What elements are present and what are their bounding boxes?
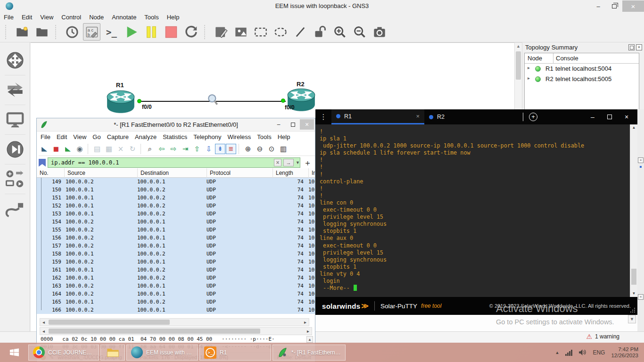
scroll-left-icon[interactable]: ◂	[40, 319, 47, 326]
filter-value[interactable]: ip.addr == 100.0.0.1	[51, 159, 272, 166]
packet-row[interactable]: 157 100.0.0.2 100.0.0.1 UDP 74 1000 → 10…	[37, 242, 315, 250]
menu-item[interactable]: Capture	[107, 133, 129, 140]
router-r1[interactable]	[105, 89, 136, 116]
packet-row[interactable]: 154 100.0.0.2 100.0.0.1 UDP 74 1000 → 10…	[37, 218, 315, 226]
tab-r1[interactable]: R1 ×	[331, 109, 424, 124]
language-indicator[interactable]: ENG	[593, 349, 605, 356]
horizontal-scrollbar[interactable]: ◂ ▸	[40, 327, 312, 335]
close-file-icon[interactable]: ×	[115, 143, 126, 155]
column-divider[interactable]	[553, 53, 553, 63]
hex-row[interactable]: 0000 ca 02 0c 10 00 00 ca 01 04 70 00 00…	[41, 336, 315, 343]
menu-item[interactable]: File	[41, 133, 50, 140]
resize-columns-icon[interactable]: ▥	[278, 143, 289, 155]
snapshot-icon[interactable]	[63, 23, 81, 41]
menu-item[interactable]: Node	[89, 14, 104, 21]
wireshark-minimize-button[interactable]: –	[272, 119, 286, 130]
browse-switches-icon[interactable]	[4, 79, 26, 101]
dock-float-icon[interactable]	[628, 44, 635, 50]
browse-security-devices-icon[interactable]	[4, 138, 26, 161]
column-protocol[interactable]: Protocol	[206, 168, 272, 178]
taskbar-item-chrome[interactable]: CCIE JOURNEY: E...	[28, 345, 99, 361]
expand-caret-icon[interactable]: ▸	[528, 75, 530, 81]
topology-summary-row[interactable]: ▸ R1 telnet localhost:5004	[525, 64, 639, 74]
wireshark-close-button[interactable]: ×	[300, 119, 314, 130]
save-file-icon[interactable]: ▦	[103, 143, 115, 155]
column-header-console[interactable]: Console	[556, 55, 578, 62]
browse-projects-icon[interactable]	[33, 23, 50, 41]
gns3-close-button[interactable]: ×	[622, 0, 644, 12]
suspend-all-icon[interactable]	[142, 23, 160, 41]
tab-r2[interactable]: R2	[424, 109, 517, 124]
menu-item[interactable]: View	[73, 133, 86, 140]
stop-capture-icon[interactable]: ■	[50, 143, 62, 155]
packet-row[interactable]: 162 100.0.0.1 100.0.0.2 UDP 74 1000 → 10…	[37, 274, 315, 282]
add-note-icon[interactable]	[212, 23, 230, 41]
first-packet-icon[interactable]: ⇧	[191, 143, 203, 155]
reload-file-icon[interactable]: ↻	[127, 143, 138, 155]
putty-menu-icon[interactable]: ⋮	[315, 109, 331, 124]
scrollbar-thumb[interactable]	[631, 269, 636, 285]
menu-item[interactable]: Edit	[22, 14, 32, 21]
zoom-in-icon[interactable]: ⊕	[242, 143, 254, 155]
interface-labels-icon[interactable]: a cb	[83, 23, 100, 41]
toolbar-grip[interactable]	[204, 25, 207, 39]
zoom-out-icon[interactable]	[351, 23, 368, 41]
gns3-restore-button[interactable]	[606, 0, 622, 12]
column-info[interactable]: Info	[308, 168, 315, 178]
start-all-icon[interactable]	[123, 23, 140, 41]
filter-bookmark-icon[interactable]	[39, 159, 46, 167]
find-packet-icon[interactable]: ⌕	[144, 143, 156, 155]
expand-caret-icon[interactable]: ▸	[528, 65, 530, 70]
goto-packet-icon[interactable]: ⇥	[180, 143, 191, 155]
scroll-up-icon[interactable]: ▲	[515, 43, 522, 50]
menu-item[interactable]: Help	[278, 133, 290, 140]
clock[interactable]: 7:42 PM 12/26/2023	[611, 346, 638, 359]
scroll-down-icon[interactable]: ▼	[628, 315, 636, 323]
wireshark-maximize-button[interactable]	[286, 119, 300, 130]
draw-line-icon[interactable]	[291, 23, 309, 41]
network-signal-icon[interactable]	[565, 349, 572, 356]
apply-filter-icon[interactable]: →	[283, 159, 294, 166]
menu-item[interactable]: Tools	[144, 14, 158, 21]
topology-summary-row[interactable]: ▸ R2 telnet localhost:5005	[525, 74, 639, 84]
column-source[interactable]: Source	[64, 168, 137, 178]
horizontal-scrollbar[interactable]: ◂ ▸	[40, 318, 309, 326]
packet-row[interactable]: 155 100.0.0.2 100.0.0.1 UDP 74 1000 → 10…	[37, 226, 315, 234]
draw-rectangle-icon[interactable]	[252, 23, 269, 41]
terminal[interactable]: !ip sla 1 udp-jitter 100.0.0.2 1000 sour…	[315, 124, 637, 297]
menu-item[interactable]: Edit	[57, 133, 67, 140]
menu-item[interactable]: Help	[167, 14, 180, 21]
separator[interactable]: |	[88, 144, 89, 154]
separator[interactable]: |	[239, 144, 240, 154]
tray-expand-icon[interactable]: ▲	[555, 350, 560, 355]
draw-ellipse-icon[interactable]	[272, 23, 289, 41]
menu-item[interactable]: Control	[61, 14, 81, 21]
colorize-icon[interactable]: ≣	[226, 144, 236, 154]
filter-dropdown-icon[interactable]: ▼	[296, 160, 300, 165]
zoom-reset-icon[interactable]: ⊙	[266, 143, 277, 155]
separator[interactable]: |	[140, 144, 142, 154]
toolbar-grip[interactable]	[5, 25, 8, 39]
stop-all-icon[interactable]	[162, 23, 180, 41]
terminal-scrollbar[interactable]: ▲ ▼	[630, 124, 637, 297]
packet-row[interactable]: 158 100.0.0.1 100.0.0.2 UDP 74 1000 → 10…	[37, 250, 315, 258]
menu-item[interactable]: View	[40, 14, 53, 21]
menu-item[interactable]: Go	[92, 133, 100, 140]
toolbar-grip[interactable]	[55, 25, 58, 39]
packet-row[interactable]: 149 100.0.0.2 100.0.0.1 UDP 74 1000 → 10…	[37, 178, 315, 186]
scroll-up-icon[interactable]: ▲	[306, 336, 313, 343]
packet-row[interactable]: 161 100.0.0.1 100.0.0.2 UDP 74 1000 → 10…	[37, 266, 315, 274]
menu-item[interactable]: Tools	[257, 133, 271, 140]
resize-grip[interactable]	[634, 312, 635, 313]
taskbar-item-explorer[interactable]	[100, 345, 125, 361]
scrollbar-thumb[interactable]	[49, 320, 170, 325]
scroll-up-icon[interactable]: ▲	[630, 124, 637, 131]
lock-unlock-icon[interactable]	[311, 23, 329, 41]
packet-row[interactable]: 156 100.0.0.2 100.0.0.1 UDP 74 1000 → 10…	[37, 234, 315, 242]
warning-count[interactable]: 1 warning	[595, 333, 619, 340]
taskbar-item-wireshark[interactable]: *- [R1 FastEtherne...	[272, 345, 346, 361]
column-no[interactable]: No.	[37, 168, 64, 178]
volume-icon[interactable]	[578, 349, 586, 356]
open-file-icon[interactable]: ▤	[91, 143, 103, 155]
column-header-node[interactable]: Node	[528, 55, 542, 62]
